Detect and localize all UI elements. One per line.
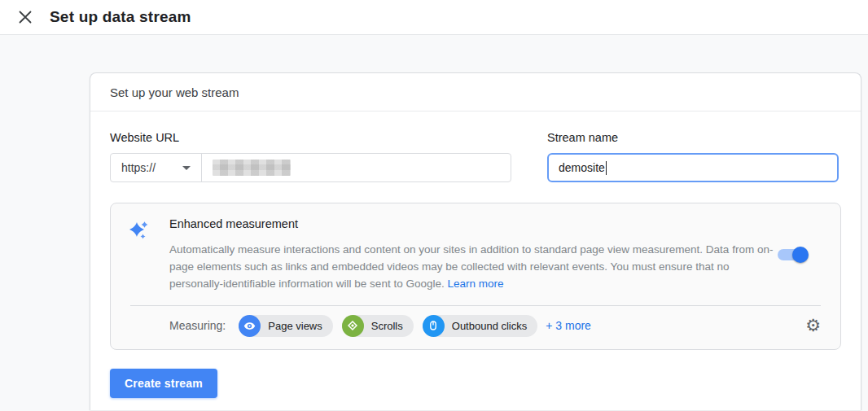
website-url-input[interactable] xyxy=(202,154,511,181)
web-stream-card: Set up your web stream Website URL https… xyxy=(90,72,861,410)
mouse-icon xyxy=(423,315,445,337)
scroll-icon xyxy=(342,315,364,337)
protocol-value: https:// xyxy=(121,161,156,174)
enhanced-measurement-panel: Enhanced measurement Automatically measu… xyxy=(110,203,841,350)
more-events-link[interactable]: + 3 more xyxy=(546,319,591,332)
caret-down-icon xyxy=(182,166,191,170)
measuring-label: Measuring: xyxy=(169,319,226,332)
eye-icon xyxy=(239,315,261,337)
website-url-group: https:// xyxy=(110,153,511,182)
redacted-url-value xyxy=(213,160,291,176)
create-stream-button[interactable]: Create stream xyxy=(110,369,217,398)
learn-more-link[interactable]: Learn more xyxy=(447,278,503,290)
stream-name-input[interactable]: demosite xyxy=(547,153,839,182)
text-cursor xyxy=(606,161,607,175)
measuring-row: Measuring: Page views xyxy=(111,306,840,349)
sparkle-icon xyxy=(129,217,169,293)
chip-label: Scrolls xyxy=(371,320,403,332)
chip-scrolls: Scrolls xyxy=(342,315,414,337)
stream-name-label: Stream name xyxy=(547,131,839,144)
stream-form-row: Website URL https:// Stream name demosit… xyxy=(90,111,861,182)
gear-icon[interactable]: ⚙︎ xyxy=(805,317,821,334)
dialog-header: Set up data stream xyxy=(0,0,868,35)
enhanced-measurement-title: Enhanced measurement xyxy=(169,217,821,230)
protocol-select[interactable]: https:// xyxy=(111,154,202,181)
page-title: Set up data stream xyxy=(50,8,191,26)
chip-label: Outbound clicks xyxy=(452,320,528,332)
website-url-label: Website URL xyxy=(110,131,511,144)
enhanced-measurement-description: Automatically measure interactions and c… xyxy=(169,241,778,293)
close-icon[interactable] xyxy=(14,6,37,28)
toggle-knob xyxy=(792,247,809,263)
chip-label: Page views xyxy=(268,320,322,332)
enhanced-measurement-toggle[interactable] xyxy=(778,249,806,260)
stream-name-value: demosite xyxy=(559,161,605,174)
card-section-title: Set up your web stream xyxy=(90,73,861,111)
chip-outbound-clicks: Outbound clicks xyxy=(423,315,538,337)
chip-page-views: Page views xyxy=(239,315,332,337)
